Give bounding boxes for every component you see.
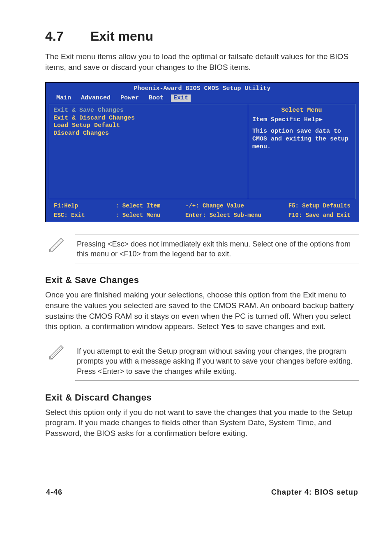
- note-block: Pressing <Esc> does not immediately exit…: [45, 235, 359, 264]
- legend-c3: -/+: Change Value: [185, 203, 288, 210]
- svg-line-1: [51, 240, 62, 250]
- bios-help-head: Item Specific Help▶: [252, 116, 351, 124]
- legend-c1: ESC: Exit: [54, 212, 115, 219]
- bios-menu-item: Exit & Discard Changes: [53, 115, 244, 122]
- svg-line-3: [51, 347, 62, 357]
- bios-tab-power: Power: [118, 94, 141, 102]
- legend-c2: : Select Menu: [115, 212, 185, 219]
- note-icon: [45, 342, 68, 361]
- bios-tabs: Main Advanced Power Boot Exit: [47, 94, 357, 102]
- para-text: to save changes and exit.: [235, 322, 326, 331]
- bios-screenshot: Phoenix-Award BIOS CMOS Setup Utility Ma…: [45, 82, 359, 222]
- bios-menu-item: Load Setup Default: [53, 122, 244, 130]
- chapter-label: Chapter 4: BIOS setup: [271, 488, 358, 497]
- section-title-text: Exit menu: [90, 29, 153, 44]
- subheading-save: Exit & Save Changes: [45, 275, 359, 286]
- bios-menu-item: Discard Changes: [53, 130, 244, 138]
- bios-tab-boot: Boot: [146, 94, 166, 102]
- bios-menu-selected: Exit & Save Changes: [53, 107, 244, 115]
- bios-tab-main: Main: [54, 94, 74, 102]
- bios-legend-row: F1:Help : Select Item -/+: Change Value …: [47, 201, 357, 211]
- intro-paragraph: The Exit menu items allow you to load th…: [45, 51, 359, 72]
- bios-legend-row: ESC: Exit : Select Menu Enter: Select Su…: [47, 210, 357, 220]
- paragraph-save: Once you are finished making your select…: [45, 290, 359, 332]
- bios-help-text: This option save data to CMOS and exitin…: [252, 128, 351, 151]
- paragraph-discard: Select this option only if you do not wa…: [45, 407, 359, 439]
- bios-title: Phoenix-Award BIOS CMOS Setup Utility: [47, 84, 357, 94]
- note-text: If you attempt to exit the Setup program…: [75, 342, 359, 381]
- subheading-discard: Exit & Discard Changes: [45, 392, 359, 403]
- note-icon: [45, 235, 68, 253]
- section-number: 4.7: [45, 29, 90, 44]
- note-text: Pressing <Esc> does not immediately exit…: [75, 235, 359, 264]
- note-block: If you attempt to exit the Setup program…: [45, 342, 359, 381]
- bios-help-title: Select Menu: [252, 107, 351, 115]
- page-number: 4-46: [46, 488, 62, 497]
- bios-help-pane: Select Menu Item Specific Help▶ This opt…: [248, 104, 355, 199]
- para-bold: Yes: [221, 322, 235, 331]
- legend-c4: F5: Setup Defaults: [288, 203, 350, 210]
- legend-c1: F1:Help: [54, 203, 115, 210]
- bios-menu-pane: Exit & Save Changes Exit & Discard Chang…: [49, 104, 248, 199]
- page-footer: 4-46 Chapter 4: BIOS setup: [45, 488, 359, 497]
- bios-tab-exit: Exit: [171, 94, 191, 102]
- section-heading: 4.7Exit menu: [45, 29, 359, 44]
- legend-c2: : Select Item: [115, 203, 185, 210]
- bios-tab-advanced: Advanced: [78, 94, 113, 102]
- legend-c3: Enter: Select Sub-menu: [185, 212, 288, 219]
- legend-c4: F10: Save and Exit: [288, 212, 350, 219]
